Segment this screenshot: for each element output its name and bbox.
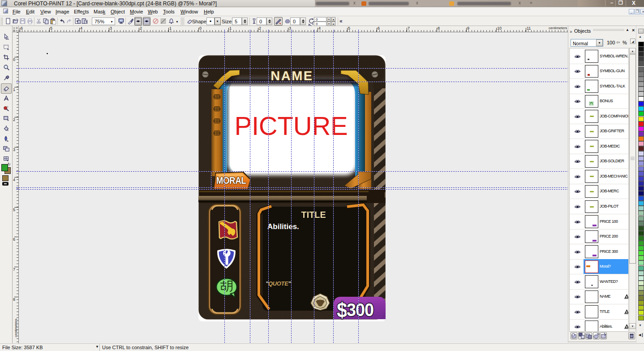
svg-text:300: 300 (347, 299, 374, 320)
svg-text:centimeters: centimeters (14, 319, 18, 337)
svg-text:$: $ (337, 299, 348, 321)
